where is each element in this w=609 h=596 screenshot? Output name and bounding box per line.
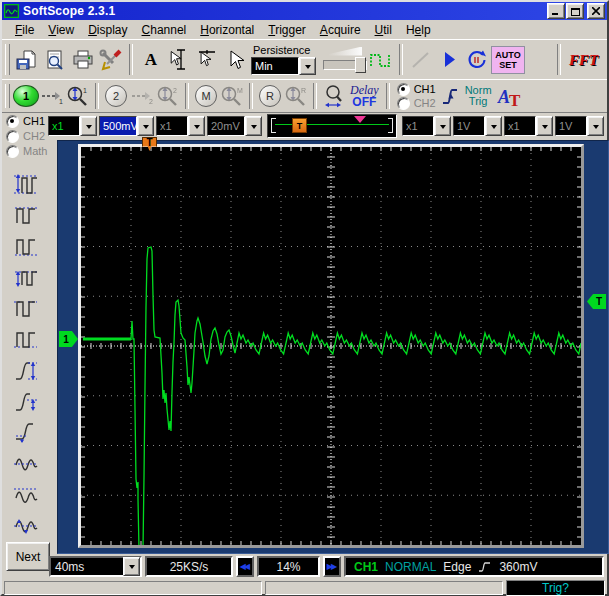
measure-vtop-button[interactable]	[13, 203, 39, 229]
menu-file[interactable]: File	[8, 21, 41, 39]
ch2-probe-select[interactable]: x1	[156, 116, 205, 136]
text-tool-button[interactable]: A	[137, 46, 165, 74]
ch2-volts-select[interactable]: 20mV	[207, 116, 262, 136]
scope-bezel: T 1 T	[57, 140, 609, 554]
dropdown-button[interactable]	[587, 116, 604, 136]
ch2-offset-button[interactable]: 2	[129, 83, 155, 109]
ch1-vertical-zoom-button[interactable]: 1	[65, 83, 91, 109]
settings-button[interactable]	[97, 46, 125, 74]
trigger-settings-button[interactable]: A T	[496, 83, 526, 109]
sidebar-ch2-radio[interactable]: CH2	[6, 130, 45, 143]
ch1-volts-select[interactable]: 500mV	[99, 116, 154, 136]
fft-button[interactable]: FFT FFT	[565, 46, 601, 74]
autoset-button[interactable]: AUTO SET	[491, 46, 525, 74]
sidebar-math-radio[interactable]: Math	[6, 145, 47, 158]
dropdown-button[interactable]	[80, 116, 97, 136]
scroll-left-button[interactable]: ◀◀	[236, 556, 254, 577]
rms-icon	[14, 513, 38, 539]
measure-mean-button[interactable]	[13, 451, 39, 477]
measure-vmin-button[interactable]	[13, 327, 39, 353]
cursor-vertical-markers-button[interactable]	[165, 46, 193, 74]
print-button[interactable]	[69, 46, 97, 74]
timebase-dropdown-button[interactable]	[123, 557, 140, 576]
dropdown-button[interactable]	[485, 116, 502, 136]
measure-risetime-button[interactable]	[13, 358, 39, 384]
loop-acquire-button[interactable]	[463, 46, 491, 74]
edge-slope-button[interactable]	[439, 83, 461, 109]
scope-display[interactable]	[78, 144, 584, 548]
measure-peak-button[interactable]	[13, 482, 39, 508]
vbase-icon	[14, 234, 38, 260]
chevron-down-icon	[305, 65, 311, 72]
ch1-offset-button[interactable]: 1	[39, 83, 65, 109]
measure-vamplitude-button[interactable]	[13, 265, 39, 291]
math-probe-select[interactable]: x1	[402, 116, 451, 136]
measure-vpp-button[interactable]	[13, 172, 39, 198]
toolbar-grip[interactable]	[5, 44, 10, 74]
dropdown-button[interactable]	[434, 116, 451, 136]
timebase-select[interactable]: 40ms	[49, 556, 142, 577]
menu-help[interactable]: Help	[399, 21, 438, 39]
menu-channel[interactable]: Channel	[135, 21, 194, 39]
ch1-active-button[interactable]: 1	[13, 83, 39, 109]
persistence-slider[interactable]	[323, 60, 367, 70]
persistence-pulse-button[interactable]	[367, 46, 395, 74]
math-volts-select[interactable]: 1V	[453, 116, 502, 136]
title-bar[interactable]: SoftScope 2.3.1	[2, 2, 607, 20]
dropdown-button[interactable]	[245, 116, 262, 136]
print-preview-button[interactable]	[41, 46, 69, 74]
trigger-position-slider[interactable]: T	[267, 114, 397, 138]
slider-thumb[interactable]	[355, 57, 366, 73]
trigger-source-ch2-radio[interactable]: CH2	[397, 97, 436, 110]
trigger-level-marker[interactable]: T	[587, 294, 606, 309]
measure-overshoot-button[interactable]	[13, 389, 39, 415]
ref-zoom-button[interactable]: R	[283, 83, 309, 109]
ch1-ground-marker[interactable]: 1	[59, 331, 78, 347]
toolbar-grip[interactable]	[5, 84, 10, 109]
close-button[interactable]	[587, 3, 605, 19]
horizontal-zoom-button[interactable]	[321, 83, 347, 109]
dropdown-button[interactable]	[137, 116, 154, 136]
dropdown-button[interactable]	[188, 116, 205, 136]
persistence-select[interactable]: Min	[251, 57, 316, 75]
display-position-triangle-icon[interactable]	[354, 116, 366, 129]
measure-rms-button[interactable]	[13, 513, 39, 539]
menu-view[interactable]: View	[41, 21, 81, 39]
ch2-vertical-zoom-button[interactable]: 2	[155, 83, 181, 109]
minimize-button[interactable]	[547, 3, 565, 19]
delay-toggle[interactable]: Delay OFF	[350, 84, 379, 108]
trigger-source-ch1-radio[interactable]: CH1	[397, 83, 436, 96]
ch1-vertical-zoom-icon: 1	[66, 85, 90, 107]
menu-util[interactable]: Util	[368, 21, 399, 39]
math-zoom-button[interactable]: M	[219, 83, 245, 109]
menu-acquire[interactable]: Acquire	[313, 21, 368, 39]
ref-button[interactable]: R	[257, 83, 283, 109]
math-button[interactable]: M	[193, 83, 219, 109]
dropdown-button[interactable]	[536, 116, 553, 136]
chevron-down-icon	[251, 125, 257, 132]
menu-display[interactable]: Display	[81, 21, 134, 39]
persistence-dropdown-button[interactable]	[299, 57, 316, 75]
run-button[interactable]	[435, 46, 463, 74]
measure-vmax-button[interactable]	[13, 296, 39, 322]
measure-preshoot-button[interactable]	[13, 420, 39, 446]
print-preview-icon	[43, 48, 67, 72]
cursor-horizontal-markers-button[interactable]	[193, 46, 221, 74]
ref-volts-select[interactable]: 1V	[555, 116, 604, 136]
menu-horizontal[interactable]: Horizontal	[193, 21, 261, 39]
scope-grid-and-trace	[81, 147, 581, 545]
menu-trigger[interactable]: Trigger	[261, 21, 313, 39]
horizontal-position-panel: 14%	[257, 556, 320, 577]
line-tool-button[interactable]	[407, 46, 435, 74]
trigger-time-handle[interactable]: T	[292, 118, 307, 133]
norm-trig-button[interactable]: Norm Trig	[465, 85, 492, 107]
open-file-button[interactable]	[13, 46, 41, 74]
next-button[interactable]: Next	[6, 542, 50, 571]
cursor-arrow-button[interactable]	[221, 46, 249, 74]
measure-vbase-button[interactable]	[13, 234, 39, 260]
maximize-button[interactable]	[566, 3, 584, 19]
ch2-button[interactable]: 2	[103, 83, 129, 109]
sidebar-ch1-radio[interactable]: CH1	[6, 115, 45, 128]
scroll-right-button[interactable]: ▶▶	[323, 556, 341, 577]
ref-probe-select[interactable]: x1	[504, 116, 553, 136]
